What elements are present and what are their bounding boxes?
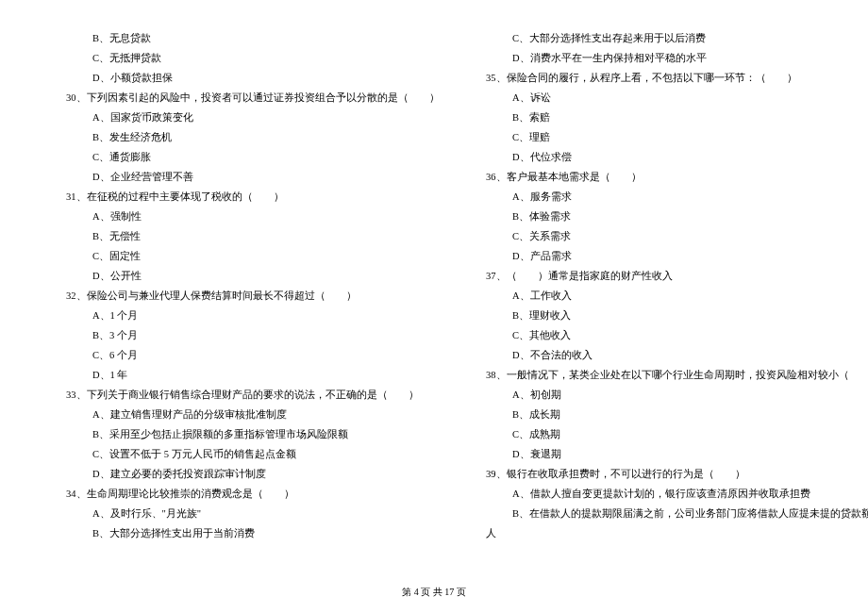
answer-option: D、消费水平在一生内保持相对平稳的水平 (486, 48, 840, 68)
answer-option: D、建立必要的委托投资跟踪审计制度 (66, 464, 406, 484)
answer-option: A、国家货币政策变化 (66, 108, 406, 127)
answer-option: B、无偿性 (66, 226, 406, 246)
answer-option: D、不合法的收入 (486, 345, 840, 365)
question-line: 35、保险合同的履行，从程序上看，不包括以下哪一环节：（ ） (486, 68, 840, 88)
continuation-line: 人 (486, 523, 840, 543)
answer-option: B、理财收入 (486, 306, 840, 325)
answer-option: C、成熟期 (486, 424, 840, 444)
answer-option: D、产品需求 (486, 246, 840, 266)
document-content: B、无息贷款C、无抵押贷款D、小额贷款担保30、下列因素引起的风险中，投资者可以… (0, 28, 868, 543)
answer-option: C、6 个月 (66, 345, 406, 365)
question-line: 33、下列关于商业银行销售综合理财产品的要求的说法，不正确的是（ ） (66, 385, 406, 405)
page-footer: 第 4 页 共 17 页 (0, 586, 868, 599)
answer-option: C、大部分选择性支出存起来用于以后消费 (486, 28, 840, 48)
answer-option: B、大部分选择性支出用于当前消费 (66, 523, 406, 543)
answer-option: D、1 年 (66, 365, 406, 385)
right-column: C、大部分选择性支出存起来用于以后消费D、消费水平在一生内保持相对平稳的水平35… (434, 28, 868, 543)
question-line: 37、（ ）通常是指家庭的财产性收入 (486, 266, 840, 286)
answer-option: C、关系需求 (486, 226, 840, 246)
answer-option: C、其他收入 (486, 325, 840, 345)
question-line: 31、在征税的过程中主要体现了税收的（ ） (66, 187, 406, 207)
answer-option: B、采用至少包括止损限额的多重指标管理市场风险限额 (66, 424, 406, 444)
answer-option: A、诉讼 (486, 88, 840, 108)
answer-option: C、理赔 (486, 127, 840, 147)
answer-option: B、无息贷款 (66, 28, 406, 48)
answer-option: A、1 个月 (66, 306, 406, 325)
left-column: B、无息贷款C、无抵押贷款D、小额贷款担保30、下列因素引起的风险中，投资者可以… (0, 28, 434, 543)
answer-option: B、3 个月 (66, 325, 406, 345)
answer-option: D、小额贷款担保 (66, 68, 406, 88)
question-line: 39、银行在收取承担费时，不可以进行的行为是（ ） (486, 464, 840, 484)
answer-option: B、成长期 (486, 405, 840, 424)
answer-option: C、通货膨胀 (66, 147, 406, 167)
answer-option: A、初创期 (486, 385, 840, 405)
answer-option: C、无抵押贷款 (66, 48, 406, 68)
answer-option: D、衰退期 (486, 444, 840, 464)
answer-option: C、固定性 (66, 246, 406, 266)
answer-option: A、服务需求 (486, 187, 840, 207)
answer-option: A、及时行乐、"月光族" (66, 504, 406, 523)
answer-option: D、企业经营管理不善 (66, 167, 406, 187)
answer-option: A、建立销售理财产品的分级审核批准制度 (66, 405, 406, 424)
question-line: 38、一般情况下，某类企业处在以下哪个行业生命周期时，投资风险相对较小（ ） (486, 365, 840, 385)
answer-option: B、在借款人的提款期限届满之前，公司业务部门应将借款人应提未提的贷款额度通知借款 (486, 504, 840, 523)
answer-option: B、发生经济危机 (66, 127, 406, 147)
question-line: 34、生命周期理论比较推崇的消费观念是（ ） (66, 484, 406, 504)
answer-option: B、索赔 (486, 108, 840, 127)
answer-option: D、公开性 (66, 266, 406, 286)
answer-option: A、强制性 (66, 207, 406, 226)
answer-option: A、借款人擅自变更提款计划的，银行应该查清原因并收取承担费 (486, 484, 840, 504)
question-line: 32、保险公司与兼业代理人保费结算时间最长不得超过（ ） (66, 286, 406, 306)
question-line: 36、客户最基本地需求是（ ） (486, 167, 840, 187)
question-line: 30、下列因素引起的风险中，投资者可以通过证券投资组合予以分散的是（ ） (66, 88, 406, 108)
answer-option: A、工作收入 (486, 286, 840, 306)
answer-option: D、代位求偿 (486, 147, 840, 167)
answer-option: C、设置不低于 5 万元人民币的销售起点金额 (66, 444, 406, 464)
answer-option: B、体验需求 (486, 207, 840, 226)
